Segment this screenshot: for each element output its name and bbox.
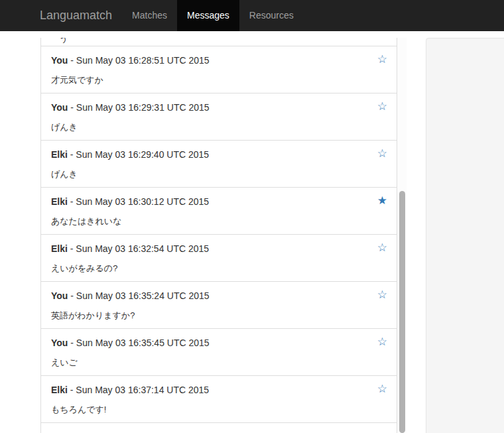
message-row: You - Sun May 03 16:35:24 UTC 2015 英語がわか… (40, 282, 397, 329)
message-text: げんき (51, 121, 78, 133)
message-header: You - Sun May 03 16:28:51 UTC 2015 (51, 55, 210, 66)
message-text: もちろんです! (51, 404, 106, 416)
message-header: Elki - Sun May 03 16:30:12 UTC 2015 (51, 196, 209, 207)
star-icon[interactable]: ☆ (377, 336, 387, 347)
message-row: Elki - Sun May 03 16:29:40 UTC 2015 げんき … (40, 141, 397, 188)
message-text: 英語がわかりますか? (51, 310, 135, 322)
scrollbar-thumb[interactable] (399, 191, 405, 433)
message-text: あなたはきれいな (51, 216, 121, 227)
message-row: You - Sun May 03 16:29:31 UTC 2015 げんき ☆ (40, 93, 397, 141)
message-row: You - Sun May 03 16:35:45 UTC 2015 えいご ☆ (40, 329, 397, 376)
message-text: えいがをみるの? (51, 263, 117, 275)
star-icon[interactable]: ☆ (377, 289, 387, 300)
message-row: Elki - Sun May 03 16:37:14 UTC 2015 もちろん… (40, 376, 397, 423)
scrollbar-track[interactable] (397, 38, 407, 433)
partial-message-row: う (40, 38, 397, 46)
next-row-edge (40, 423, 397, 433)
message-timestamp: - Sun May 03 16:35:45 UTC 2015 (68, 338, 209, 348)
message-text: げんき (51, 168, 78, 180)
message-timestamp: - Sun May 03 16:32:54 UTC 2015 (68, 243, 209, 254)
nav-item-resources[interactable]: Resources (239, 0, 304, 31)
message-row: Elki - Sun May 03 16:30:12 UTC 2015 あなたは… (40, 188, 397, 235)
star-icon[interactable]: ☆ (377, 148, 387, 159)
message-list: う You - Sun May 03 16:28:51 UTC 2015 才元気… (40, 38, 407, 433)
message-sender: You (51, 290, 68, 301)
clipped-message-text: う (59, 38, 68, 45)
message-text: えいご (51, 357, 78, 369)
nav-item-messages[interactable]: Messages (177, 0, 239, 31)
message-sender: You (51, 102, 68, 113)
message-row: Elki - Sun May 03 16:32:54 UTC 2015 えいがを… (40, 235, 397, 282)
brand-link[interactable]: Languamatch (30, 0, 122, 31)
message-timestamp: - Sun May 03 16:35:24 UTC 2015 (68, 290, 209, 301)
message-row: You - Sun May 03 16:28:51 UTC 2015 才元気です… (40, 46, 397, 93)
nav-item-matches[interactable]: Matches (122, 0, 177, 31)
message-sender: You (51, 55, 68, 66)
message-header: Elki - Sun May 03 16:37:14 UTC 2015 (51, 385, 209, 395)
message-sender: Elki (51, 243, 68, 254)
star-icon[interactable]: ☆ (377, 383, 387, 395)
message-sender: Elki (51, 149, 68, 160)
navbar: Languamatch Matches Messages Resources (0, 0, 504, 31)
message-sender: You (51, 338, 68, 348)
message-sender: Elki (51, 196, 68, 207)
message-timestamp: - Sun May 03 16:29:40 UTC 2015 (68, 149, 209, 160)
star-icon[interactable]: ☆ (377, 54, 387, 65)
message-header: Elki - Sun May 03 16:32:54 UTC 2015 (51, 243, 209, 254)
message-header: You - Sun May 03 16:29:31 UTC 2015 (51, 102, 210, 113)
star-icon[interactable]: ☆ (377, 242, 387, 253)
conversation-side-panel (426, 38, 504, 433)
star-icon[interactable]: ☆ (377, 101, 387, 112)
message-text: 才元気ですか (51, 74, 103, 86)
message-header: You - Sun May 03 16:35:24 UTC 2015 (51, 290, 210, 301)
star-icon[interactable]: ★ (377, 195, 387, 206)
message-timestamp: - Sun May 03 16:28:51 UTC 2015 (68, 55, 209, 66)
message-sender: Elki (51, 385, 68, 395)
message-header: Elki - Sun May 03 16:29:40 UTC 2015 (51, 149, 209, 160)
message-timestamp: - Sun May 03 16:30:12 UTC 2015 (68, 196, 209, 207)
message-header: You - Sun May 03 16:35:45 UTC 2015 (51, 338, 210, 348)
message-timestamp: - Sun May 03 16:29:31 UTC 2015 (68, 102, 209, 113)
message-timestamp: - Sun May 03 16:37:14 UTC 2015 (68, 385, 209, 395)
